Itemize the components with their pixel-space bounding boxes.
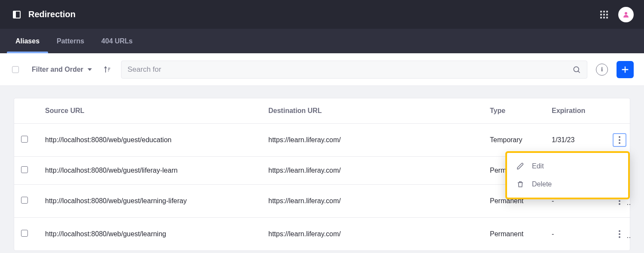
table-card: Source URL Destination URL Type Expirati… — [14, 98, 630, 251]
row-actions-button[interactable] — [613, 227, 626, 241]
cell-expiration: - — [545, 218, 606, 251]
cell-destination: https://learn.liferay.com/ — [261, 218, 483, 251]
topbar-left: Redirection — [13, 9, 76, 19]
plus-icon — [620, 65, 630, 74]
add-button[interactable] — [617, 61, 634, 78]
row-actions-menu: Edit Delete — [505, 151, 630, 199]
cell-type: Permanent — [483, 218, 545, 251]
aliases-table: Source URL Destination URL Type Expirati… — [14, 98, 631, 250]
table-header-row: Source URL Destination URL Type Expirati… — [14, 98, 631, 124]
row-checkbox[interactable] — [21, 136, 28, 143]
page-title: Redirection — [28, 9, 76, 19]
search-box[interactable] — [121, 61, 587, 79]
svg-point-8 — [619, 230, 620, 232]
sort-direction-button[interactable] — [102, 64, 112, 75]
menu-item-delete[interactable]: Delete — [507, 175, 628, 193]
cell-source: http://localhost:8080/web/guest/learning… — [38, 185, 261, 218]
col-expiration[interactable]: Expiration — [545, 98, 606, 124]
svg-point-1 — [574, 67, 579, 72]
tab-label: 404 URLs — [101, 37, 133, 45]
svg-point-0 — [625, 12, 627, 15]
menu-item-edit[interactable]: Edit — [507, 157, 628, 175]
cell-source: http://localhost:8080/web/guest/educatio… — [38, 124, 261, 157]
tab-404-urls[interactable]: 404 URLs — [93, 29, 141, 53]
kebab-icon — [619, 136, 620, 144]
topbar: Redirection — [0, 0, 644, 29]
cell-destination: https://learn.liferay.com/ — [261, 124, 483, 157]
svg-point-10 — [619, 236, 620, 238]
sort-icon — [103, 65, 112, 74]
search-input[interactable] — [128, 65, 568, 74]
user-icon — [622, 11, 630, 18]
cell-destination: https://learn.liferay.com/ — [261, 157, 483, 185]
tab-patterns[interactable]: Patterns — [48, 29, 93, 53]
filter-and-order-dropdown[interactable]: Filter and Order — [30, 66, 94, 73]
col-source-url[interactable]: Source URL — [38, 98, 261, 124]
panel-toggle-icon[interactable] — [13, 11, 21, 18]
tabbar: Aliases Patterns 404 URLs — [0, 29, 644, 53]
svg-point-6 — [619, 200, 620, 202]
tab-label: Aliases — [15, 37, 39, 45]
apps-grid-icon[interactable] — [600, 11, 608, 18]
row-actions-button[interactable] — [613, 133, 626, 147]
content: Source URL Destination URL Type Expirati… — [0, 86, 644, 253]
svg-point-9 — [619, 233, 620, 235]
kebab-icon — [619, 230, 620, 238]
cell-destination: https://learn.liferay.com/ — [261, 185, 483, 218]
cell-source: http://localhost:8080/web/guest/learning — [38, 218, 261, 251]
cell-source: http://localhost:8080/web/guest/liferay-… — [38, 157, 261, 185]
row-checkbox[interactable] — [21, 197, 28, 204]
avatar[interactable] — [618, 7, 634, 22]
table-row[interactable]: http://localhost:8080/web/guest/learning… — [14, 218, 631, 251]
filter-order-label: Filter and Order — [32, 66, 83, 73]
pencil-icon — [516, 162, 524, 170]
select-all-checkbox[interactable] — [12, 66, 19, 73]
row-checkbox[interactable] — [21, 230, 28, 237]
tab-aliases[interactable]: Aliases — [7, 29, 48, 53]
info-button[interactable]: i — [596, 64, 608, 76]
toolbar: Filter and Order i — [0, 53, 644, 86]
table-row[interactable]: http://localhost:8080/web/guest/educatio… — [14, 124, 631, 157]
svg-point-4 — [619, 142, 620, 144]
col-destination-url[interactable]: Destination URL — [261, 98, 483, 124]
chevron-down-icon — [88, 68, 92, 71]
menu-item-label: Delete — [532, 180, 552, 188]
topbar-right — [600, 7, 634, 22]
svg-point-2 — [619, 136, 620, 138]
svg-point-3 — [619, 139, 620, 141]
search-icon — [572, 65, 581, 74]
row-checkbox[interactable] — [21, 166, 28, 173]
menu-item-label: Edit — [532, 162, 544, 170]
trash-icon — [516, 180, 524, 188]
col-type[interactable]: Type — [483, 98, 545, 124]
tab-label: Patterns — [57, 37, 84, 45]
svg-point-7 — [619, 203, 620, 205]
